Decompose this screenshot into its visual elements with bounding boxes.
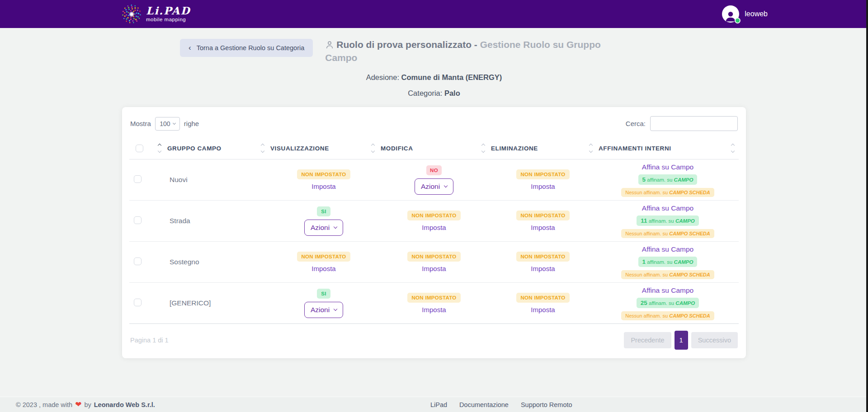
column-gruppo-campo[interactable]: GRUPPO CAMPO [167, 145, 222, 152]
logo-starburst-icon: ✺ [121, 4, 142, 24]
column-affinamenti-interni[interactable]: AFFINAMENTI INTERNI [599, 145, 671, 152]
row-checkbox[interactable] [134, 258, 142, 265]
sort-icons[interactable] [158, 144, 161, 152]
chevron-down-icon [444, 183, 448, 187]
visualizzazione-cell: NON IMPOSTATO Imposta [270, 169, 377, 190]
page-footer: © 2023 , made with ❤ by Leonardo Web S.r… [0, 397, 868, 412]
user-menu[interactable]: leoweb [722, 5, 768, 23]
affina-su-campo-link[interactable]: Affina su Campo [642, 163, 693, 171]
sort-icons[interactable] [731, 144, 734, 152]
azioni-dropdown[interactable]: Azioni [304, 302, 343, 318]
azioni-dropdown[interactable]: Azioni [415, 178, 453, 195]
affinamenti-campo-badge: 1 affinam. su CAMPO [638, 257, 698, 267]
imposta-link[interactable]: Imposta [531, 306, 555, 314]
browser-scrollbar[interactable] [866, 0, 868, 412]
table-row-nuovi: Nuovi NON IMPOSTATO Imposta NO Azioni NO… [129, 159, 739, 201]
logo-subtitle: mobile mapping [146, 17, 190, 23]
table-row-generico: [GENERICO] SI Azioni NON IMPOSTATO Impos… [129, 283, 739, 324]
categoria-label: Categoria: [408, 89, 442, 97]
length-label-before: Mostra [130, 120, 151, 127]
affinamenti-cell: Affina su Campo 5 affinam. su CAMPO Ness… [599, 163, 737, 197]
table-row-sostegno: Sostegno NON IMPOSTATO Imposta NON IMPOS… [129, 242, 739, 283]
current-page-button[interactable]: 1 [675, 331, 688, 350]
main-content: ‹ Torna a Gestione Ruolo su Categoria Ru… [0, 28, 868, 358]
affinamenti-campo-badge: 25 affinam. su CAMPO [637, 298, 699, 308]
rows-per-page-value: 100 [160, 120, 170, 127]
azioni-dropdown[interactable]: Azioni [304, 220, 343, 236]
online-status-dot [735, 18, 741, 23]
top-navbar: ✺ Li.PAD mobile mapping leoweb [0, 0, 868, 28]
app-logo[interactable]: ✺ Li.PAD mobile mapping [121, 4, 190, 24]
imposta-link[interactable]: Imposta [422, 306, 446, 314]
affina-su-campo-link[interactable]: Affina su Campo [642, 245, 693, 253]
sort-icons[interactable] [261, 144, 264, 152]
status-badge: NON IMPOSTATO [407, 293, 460, 303]
search-label: Cerca: [626, 120, 646, 127]
affinamenti-cell: Affina su Campo 25 affinam. su CAMPO Nes… [599, 286, 737, 320]
sort-asc-icon [371, 144, 375, 147]
row-checkbox[interactable] [134, 299, 142, 306]
imposta-link[interactable]: Imposta [531, 183, 555, 190]
rows-per-page-select[interactable]: 100 [155, 117, 180, 131]
affina-su-campo-link[interactable]: Affina su Campo [642, 286, 693, 295]
status-badge: NO [426, 165, 442, 175]
imposta-link[interactable]: Imposta [311, 183, 335, 190]
eliminazione-cell: NON IMPOSTATO Imposta [491, 169, 595, 190]
imposta-link[interactable]: Imposta [311, 265, 335, 272]
column-visualizzazione[interactable]: VISUALIZZAZIONE [270, 145, 329, 152]
row-checkbox[interactable] [134, 216, 142, 224]
eliminazione-cell: NON IMPOSTATO Imposta [491, 211, 595, 231]
footer-link-lipad[interactable]: LiPad [430, 401, 447, 408]
affina-su-campo-link[interactable]: Affina su Campo [642, 204, 693, 212]
affinamenti-campo-badge: 11 affinam. su CAMPO [637, 215, 699, 226]
sort-desc-icon [481, 149, 485, 153]
sort-icons[interactable] [482, 144, 485, 152]
next-page-button[interactable]: Successivo [691, 332, 738, 348]
column-eliminazione[interactable]: ELIMINAZIONE [491, 145, 538, 152]
role-name: Ruolo di prova personalizzato [336, 39, 472, 50]
heart-icon: ❤ [75, 401, 81, 408]
sort-icons[interactable] [372, 144, 374, 152]
select-all-checkbox[interactable] [136, 145, 143, 152]
imposta-link[interactable]: Imposta [422, 224, 446, 231]
footer-link-supporto-remoto[interactable]: Supporto Remoto [521, 401, 572, 408]
imposta-link[interactable]: Imposta [531, 265, 555, 272]
status-badge: NON IMPOSTATO [297, 169, 350, 179]
adesione-label: Adesione: [366, 73, 399, 81]
gruppo-campo-name: [GENERICO] [165, 283, 269, 324]
status-badge: NON IMPOSTATO [407, 211, 460, 220]
adesione-line: Adesione: Comune di Manta (ENERGY) [0, 73, 868, 82]
categoria-line: Categoria: Palo [0, 89, 868, 98]
footer-link-documentazione[interactable]: Documentazione [459, 401, 509, 408]
row-checkbox[interactable] [134, 175, 142, 183]
sort-desc-icon [261, 149, 264, 153]
user-avatar [722, 5, 739, 23]
page-title: Ruolo di prova personalizzato - Gestione… [325, 39, 621, 63]
gruppo-campo-name: Nuovi [165, 159, 269, 201]
imposta-link[interactable]: Imposta [531, 224, 555, 231]
search-input[interactable] [650, 116, 738, 131]
modifica-cell: NON IMPOSTATO Imposta [381, 252, 487, 272]
categoria-value: Palo [444, 89, 460, 97]
search-control: Cerca: [626, 116, 738, 131]
adesione-value: Comune di Manta (ENERGY) [401, 73, 502, 81]
sort-desc-icon [731, 149, 735, 153]
sort-asc-icon [481, 144, 485, 147]
username: leoweb [745, 10, 768, 18]
previous-page-button[interactable]: Precedente [624, 332, 671, 348]
gruppo-campo-table: GRUPPO CAMPO VISUALIZZAZIONE MODIFICA EL… [129, 137, 739, 324]
column-modifica[interactable]: MODIFICA [381, 145, 413, 152]
sort-asc-icon [731, 144, 735, 147]
sort-icons[interactable] [590, 144, 592, 152]
sort-desc-icon [158, 149, 161, 153]
table-card: Mostra 100 righe Cerca: [122, 107, 746, 358]
pagination-info: Pagina 1 di 1 [130, 337, 169, 344]
affinamenti-scheda-badge: Nessun affinam. su CAMPO SCHEDA [621, 270, 714, 279]
footer-links: LiPad Documentazione Supporto Remoto [430, 401, 572, 408]
eliminazione-cell: NON IMPOSTATO Imposta [491, 252, 595, 272]
status-badge: NON IMPOSTATO [516, 293, 569, 303]
gruppo-campo-name: Strada [165, 201, 269, 242]
rows-per-page-control: Mostra 100 righe [130, 117, 199, 131]
back-button[interactable]: ‹ Torna a Gestione Ruolo su Categoria [180, 39, 313, 57]
imposta-link[interactable]: Imposta [422, 265, 446, 272]
